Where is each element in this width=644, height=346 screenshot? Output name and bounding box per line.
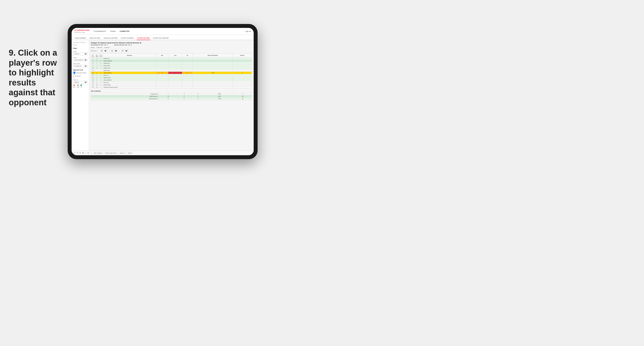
tab-team-h2h-heatmap[interactable]: TEAM H2H HEATMAP	[103, 37, 118, 40]
division-select[interactable]: NCAA Division III	[73, 59, 88, 61]
tab-player-h2h-grid[interactable]: PLAYER H2H GRID	[137, 37, 150, 40]
table-row[interactable]: 19106 Emily Chang	[91, 84, 252, 86]
colour-by-label: Colour by	[73, 79, 88, 80]
player-rank-label: Player (Rank)	[73, 63, 88, 64]
tab-player-summary[interactable]: PLAYER SUMMARY	[120, 37, 134, 40]
table-row[interactable]: 1474 Eunice Yi	[91, 74, 252, 77]
sub-nav: TEAM SUMMARY TEAM H2H GRID TEAM H2H HEAT…	[72, 35, 254, 40]
legend-up-circle	[80, 84, 82, 86]
colour-by: Colour by Win/loss Down Level	[73, 79, 88, 88]
tablet-screen: SCOREBOARD Powered by clippd TOURNAMENTS…	[72, 28, 254, 155]
gender-select[interactable]: Women's	[73, 52, 88, 55]
table-row-highlighted[interactable]: 1311 Jessica Huang 0 1 0 -3.00 2	[91, 72, 252, 74]
tab-team-h2h-grid[interactable]: TEAM H2H GRID	[89, 37, 101, 40]
legend-up: Up	[80, 84, 82, 88]
sidebar-player-section: Player	[73, 47, 88, 49]
opponent-view: Opponent view Opponents Played Top 100	[73, 69, 88, 77]
sidebar: Last Updated: 27/03/2024 16:55:38 Player…	[72, 40, 89, 151]
toolbar-separator	[91, 152, 91, 154]
table-header-row: # Div # Reg # Conf Opponent Win Loss Tie…	[91, 54, 252, 57]
th-div: # Div	[91, 54, 95, 57]
timestamp-label: Last Updated: 27/03/2024	[73, 42, 88, 43]
view-original-button[interactable]: View: Original	[93, 152, 103, 154]
division-label: Division	[73, 57, 88, 58]
opponents-label: Opponents:	[91, 50, 97, 51]
table-row[interactable]: 1822 Euna Lee	[91, 81, 252, 84]
legend-down-circle	[73, 84, 75, 86]
main-content: Last Updated: 27/03/2024 16:55:38 Player…	[72, 40, 254, 151]
table-row[interactable]: 1063 Andrea York	[91, 67, 252, 69]
watch-button[interactable]: Watch ▾	[119, 152, 126, 154]
player-rank-select[interactable]: 8. Katelyn Vo	[73, 65, 88, 67]
overall-record: Overall Record: 353 - 34 - 6	[91, 44, 108, 46]
sidebar-division: Division NCAA Division III	[73, 57, 88, 61]
nav-committee[interactable]: COMMITTEE	[119, 30, 130, 32]
table-row[interactable]: 11 Haeju Hyun	[91, 69, 252, 72]
logo: SCOREBOARD Powered by clippd	[74, 29, 93, 33]
nav-bar: SCOREBOARD Powered by clippd TOURNAMENTS…	[72, 28, 254, 35]
opponent-view-label: Opponent view	[73, 69, 88, 71]
th-win: Win	[156, 54, 168, 57]
nav-items: TOURNAMENTS TEAMS COMMITTEE	[93, 30, 244, 32]
colour-by-select[interactable]: Win/loss	[73, 81, 88, 83]
bottom-toolbar: ↩ ↪ ⟳ ⊞ ↓ ⏱ View: Original Save Custom V…	[72, 151, 254, 155]
save-custom-view-button[interactable]: Save Custom View	[104, 152, 118, 154]
sidebar-player-rank: Player (Rank) 8. Katelyn Vo	[73, 63, 88, 67]
division-record: Division Record: 331 - 34 - 6	[114, 44, 132, 46]
table-row[interactable]: 914 Sharon Mun	[91, 65, 252, 67]
region-filter: Region	[91, 47, 94, 48]
th-rounds: Rounds	[233, 54, 252, 57]
redo-icon[interactable]: ↪	[77, 152, 78, 154]
tab-team-summary[interactable]: TEAM SUMMARY	[74, 37, 87, 40]
opponent-select[interactable]: (All)	[120, 49, 128, 52]
out-of-division-header: Out of division	[91, 90, 252, 92]
tablet-frame: SCOREBOARD Powered by clippd TOURNAMENTS…	[68, 24, 258, 159]
opponent-filter: Opponent	[104, 47, 110, 48]
conference-select[interactable]: (All)	[109, 49, 118, 52]
legend-level: Level	[77, 84, 79, 88]
download-icon[interactable]: ↓	[85, 152, 86, 154]
grid-icon[interactable]: ⊞	[82, 152, 84, 154]
nav-teams[interactable]: TEAMS	[110, 30, 116, 32]
table-row[interactable]: 522 Alexis Sudjianto	[91, 60, 252, 62]
filters-selects: Opponents: (All) (All) (All)	[91, 49, 252, 52]
table-row[interactable]: 1585 Stella Chang	[91, 77, 252, 79]
out-of-division-table: Foreign Team 1 0 0 4.500 2 NAIA Division…	[91, 93, 252, 100]
legend-row: Down Level Up	[73, 84, 88, 88]
th-tie: Tie	[182, 54, 192, 57]
table-row[interactable]: 613 Sydney Kuo	[91, 62, 252, 65]
share-button[interactable]: Share	[127, 152, 133, 154]
annotation-text: 9. Click on a player's row to highlight …	[9, 48, 57, 107]
table-row[interactable]: 331 Esther Lee	[91, 57, 252, 60]
radio-top-100[interactable]: Top 100	[73, 75, 88, 77]
region-select[interactable]: (All)	[99, 49, 108, 52]
sidebar-timestamp: Last Updated: 27/03/2024 16:55:38	[73, 42, 88, 46]
th-opponent: Opponent	[103, 54, 156, 57]
out-of-div-row: NCAA Division 2 5 0 0 7.400 10	[91, 98, 252, 100]
tab-player-h2h-heatmap[interactable]: PLAYER H2H HEATMAP	[152, 37, 169, 40]
grid-title: Katelyn Vo Head-to-Head Grid for Women's…	[91, 42, 252, 44]
grid-content: Katelyn Vo Head-to-Head Grid for Women's…	[89, 40, 254, 151]
out-of-div-row: NAIA Division 1 15 0 0 9.267 30	[91, 95, 252, 98]
grid-records: Overall Record: 353 - 34 - 6 Division Re…	[91, 44, 252, 46]
h2h-table: # Div # Reg # Conf Opponent Win Loss Tie…	[91, 53, 252, 89]
radio-opponents-played[interactable]: Opponents Played	[73, 71, 88, 74]
legend-down: Down	[73, 84, 76, 88]
timestamp-time: 16:55:38	[73, 44, 88, 46]
th-reg: # Reg	[95, 54, 99, 57]
undo-icon[interactable]: ↩	[74, 152, 75, 154]
out-of-div-row: Foreign Team 1 0 0 4.500 2	[91, 93, 252, 95]
refresh-icon[interactable]: ⟳	[80, 152, 81, 154]
th-diff: Diff Av Strokes/Rnd	[193, 54, 233, 57]
sign-out-button[interactable]: Sign out	[244, 30, 251, 32]
th-loss: Loss	[168, 54, 182, 57]
gender-label: Gender	[73, 51, 88, 52]
table-row[interactable]: 1691 Jessica Mason	[91, 79, 252, 81]
timer-icon[interactable]: ⏱	[87, 152, 89, 154]
sidebar-gender: Gender Women's	[73, 51, 88, 55]
th-conf: # Conf	[99, 54, 103, 57]
nav-tournaments[interactable]: TOURNAMENTS	[93, 30, 106, 32]
conference-filter: Conference	[96, 47, 102, 48]
table-row[interactable]: 20117 Federica Domecq Lacroze	[91, 86, 252, 89]
player-label: Player	[73, 47, 88, 49]
